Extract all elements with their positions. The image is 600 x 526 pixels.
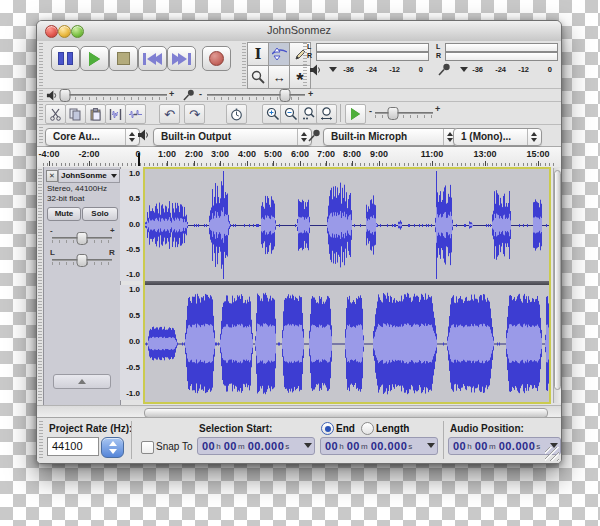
toolbar-grab-handle[interactable]	[39, 43, 43, 86]
time-digits[interactable]: 00	[202, 440, 215, 452]
recording-meter[interactable]: L R -36-24-120	[436, 42, 558, 87]
time-field-dropdown-icon[interactable]	[304, 443, 312, 448]
waveform-right-channel[interactable]	[145, 285, 549, 402]
zoom-tool-button[interactable]	[247, 65, 269, 89]
envelope-tool-button[interactable]	[268, 42, 290, 66]
vertical-scrollbar[interactable]	[553, 168, 562, 403]
input-channels-select[interactable]: 1 (Mono)...	[453, 128, 542, 146]
time-field-dropdown-icon[interactable]	[427, 443, 435, 448]
end-radio[interactable]	[321, 422, 334, 435]
pan-thumb[interactable]	[77, 254, 88, 267]
silence-audio-button[interactable]	[125, 104, 146, 124]
play-at-speed-button[interactable]	[345, 104, 366, 124]
selection-toolbar: Project Rate (Hz): 44100 Snap To Selecti…	[37, 417, 561, 463]
amplitude-label: 0.0	[129, 337, 140, 346]
pause-button[interactable]	[51, 46, 80, 71]
transport-toolbar: I ↔ * L R -36-24-120	[37, 41, 561, 89]
track-control-panel[interactable]: ✕ JohnSonme Stereo, 44100Hz 32-bit float…	[43, 167, 121, 405]
ruler-tick-label: 5:00	[264, 149, 282, 159]
time-digits[interactable]: 00.000	[499, 440, 536, 452]
track-name-menu[interactable]: JohnSonme	[58, 169, 120, 183]
redo-button[interactable]: ↷	[184, 104, 205, 124]
meter-dropdown-icon[interactable]	[329, 67, 337, 72]
tools-grab-handle[interactable]	[242, 43, 246, 86]
stepper-up-icon[interactable]	[109, 441, 117, 446]
time-digits[interactable]: 00	[453, 440, 466, 452]
amplitude-label: 1.0	[129, 285, 140, 294]
track-bitdepth-info: 32-bit float	[47, 194, 84, 203]
toolbar-grab-handle[interactable]	[39, 127, 43, 144]
recording-meter-left-bar	[445, 43, 558, 52]
vertical-ruler-left-channel[interactable]: 1.00.50.0-0.5-1.0	[120, 169, 144, 281]
end-radio-label[interactable]: End	[336, 423, 355, 434]
playback-speed-thumb[interactable]	[388, 107, 399, 120]
cut-button[interactable]	[45, 104, 66, 124]
copy-button[interactable]	[65, 104, 86, 124]
project-rate-stepper[interactable]	[101, 437, 124, 458]
output-volume-slider[interactable]	[61, 90, 167, 100]
input-volume-slider[interactable]	[207, 90, 305, 100]
gain-thumb[interactable]	[77, 232, 88, 245]
window-titlebar[interactable]: JohnSonmez	[37, 21, 561, 42]
dropdown-stepper-icon	[527, 129, 541, 145]
selection-start-field[interactable]: 00h00m00.000s	[197, 437, 315, 455]
playback-meter[interactable]: L R -36-24-120	[307, 42, 429, 87]
ruler-tick-label: 11:00	[421, 149, 444, 159]
undo-button[interactable]: ↶	[159, 104, 180, 124]
plus-label: +	[435, 104, 440, 114]
time-digits[interactable]: 00	[475, 440, 488, 452]
input-device-select[interactable]: Built-in Microph	[323, 128, 458, 146]
window-resize-grip[interactable]	[545, 447, 559, 461]
stop-button[interactable]	[109, 46, 138, 71]
track-close-button[interactable]: ✕	[46, 170, 58, 182]
solo-button[interactable]: Solo	[82, 207, 118, 221]
output-device-select[interactable]: Built-in Output	[153, 128, 312, 146]
pan-slider[interactable]	[52, 255, 112, 265]
time-digits[interactable]: 00	[325, 440, 338, 452]
project-rate-input[interactable]: 44100	[47, 437, 99, 456]
time-digits[interactable]: 00.000	[371, 440, 408, 452]
playback-speed-slider[interactable]	[375, 108, 433, 118]
plus-label: +	[308, 89, 313, 99]
microphone-icon	[308, 129, 321, 142]
waveform-left-channel[interactable]	[145, 169, 549, 281]
track-edge-handle	[38, 169, 42, 403]
audio-host-select[interactable]: Core Au...	[45, 128, 140, 146]
skip-to-start-button[interactable]	[138, 46, 167, 71]
meter-dropdown-icon[interactable]	[460, 67, 468, 72]
paste-button[interactable]	[85, 104, 106, 124]
stereo-clip[interactable]	[143, 167, 551, 404]
length-radio[interactable]	[361, 422, 374, 435]
output-volume-thumb[interactable]	[60, 89, 71, 102]
selection-end-field[interactable]: 00h00m00.000s	[320, 437, 438, 455]
stop-icon	[117, 52, 130, 65]
gain-slider[interactable]	[52, 233, 112, 243]
play-button[interactable]	[80, 46, 109, 71]
audacity-window: JohnSonmez I ↔ *	[36, 20, 562, 464]
mute-button[interactable]: Mute	[47, 207, 81, 221]
ruler-major-tick	[220, 161, 221, 166]
fit-clock-button[interactable]	[226, 104, 247, 124]
ruler-major-tick	[326, 161, 327, 166]
record-button[interactable]	[202, 46, 231, 71]
vertical-scrollbar-thumb[interactable]	[554, 170, 561, 390]
time-digits[interactable]: 00.000	[248, 440, 285, 452]
timeshift-tool-button[interactable]: ↔	[268, 65, 290, 89]
selection-tool-button[interactable]: I	[247, 42, 269, 66]
toolbar-grab-handle[interactable]	[39, 421, 43, 459]
amplitude-label: 0.0	[129, 220, 140, 229]
trim-audio-button[interactable]	[105, 104, 126, 124]
stepper-down-icon[interactable]	[109, 449, 117, 454]
time-digits[interactable]: 00	[224, 440, 237, 452]
toolbar-grab-handle[interactable]	[39, 90, 43, 100]
snap-to-checkbox[interactable]	[141, 441, 154, 454]
time-digits[interactable]: 00	[347, 440, 360, 452]
toolbar-grab-handle[interactable]	[39, 104, 43, 122]
vertical-ruler-right-channel[interactable]: 1.00.50.0-0.5-1.0	[120, 285, 144, 400]
fit-project-button[interactable]	[316, 104, 337, 124]
input-volume-thumb[interactable]	[280, 89, 291, 102]
length-radio-label[interactable]: Length	[376, 423, 409, 434]
timeline-ruler[interactable]: -4:00-2:0001:002:003:004:005:006:007:008…	[37, 147, 561, 168]
skip-to-end-button[interactable]	[167, 46, 196, 71]
track-collapse-button[interactable]	[53, 374, 111, 389]
